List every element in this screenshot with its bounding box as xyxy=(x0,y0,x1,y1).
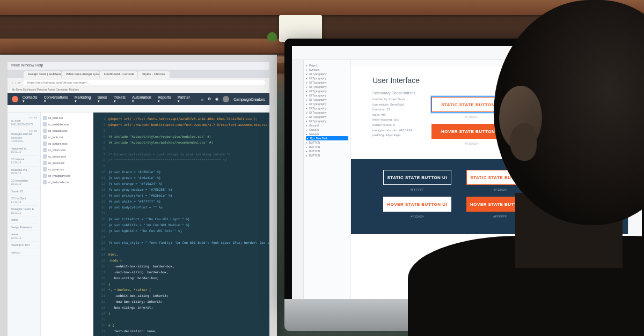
layer-row[interactable]: ▸ UI Typography xyxy=(306,110,348,115)
button-specimen[interactable]: HOVER STATE BUTTON UI xyxy=(383,197,451,212)
layer-row[interactable]: ▸ UI Typography xyxy=(306,93,348,98)
inbox-item[interactable]: CC HubSpot11/14/19 xyxy=(10,195,38,206)
layer-row[interactable]: ▸ UI Typography xyxy=(306,115,348,119)
nav-item[interactable]: Contacts ▾ xyxy=(23,95,40,103)
layer-row[interactable]: ▸ Group 6 xyxy=(306,123,348,128)
inbox-item[interactable]: CC Internal11/14/19 xyxy=(10,156,38,167)
file-item[interactable]: cc_modules.css xyxy=(42,128,92,134)
inbox-item[interactable]: Design Extension xyxy=(10,224,38,232)
file-item[interactable]: cc_layout.css xyxy=(42,160,92,166)
layer-row[interactable]: ▸ UI Typography xyxy=(306,76,348,80)
button-specimen[interactable]: HOVER STATE BUTTON UI xyxy=(466,197,535,212)
nav-item[interactable]: Sales ▾ xyxy=(98,95,110,103)
nav-item[interactable]: Partner ▾ xyxy=(178,95,193,103)
inbox-item[interactable]: 8:37 AMcc_main148188637480372 xyxy=(10,115,38,128)
layer-row[interactable]: ▸ BUTTON xyxy=(306,149,348,153)
browser-tab[interactable]: Styles - Chrome xyxy=(138,71,170,78)
url-field[interactable]: https://app.hubspot.com/design-manager/.… xyxy=(23,80,265,85)
layer-row[interactable]: ▸ BUTTON xyxy=(306,140,348,145)
button-specimen[interactable]: HOVER STATE BUTTON UI xyxy=(549,197,617,212)
hex-label: #FFFFFF xyxy=(383,188,451,191)
layer-row[interactable]: ▸ UI Typography xyxy=(306,80,348,85)
inbox-item[interactable]: 8:37 AMStrategist.internalStrategist CAM… xyxy=(10,128,38,145)
inbox-item[interactable]: Heading STRAT xyxy=(10,242,38,249)
inbox-item[interactable]: Strategist: Gustin E.10/23/19 xyxy=(10,206,38,216)
account-name[interactable]: CampaignCreators xyxy=(233,98,265,101)
inbox-item[interactable]: Happened to...10/23/19 xyxy=(10,145,38,156)
layer-row[interactable]: ▸ UI Typography xyxy=(306,102,348,106)
button-specimen[interactable]: STA xyxy=(549,170,617,185)
layer-row[interactable]: ▸ Bg - Blue Dark xyxy=(306,136,348,140)
inbox-item[interactable]: teams10/23/19 xyxy=(10,231,38,242)
browser-tab[interactable]: Design Tools | HubSpot xyxy=(24,71,61,78)
code-editor[interactable]: 1@import url('//fast.fonts.net/cssapi/ae… xyxy=(93,113,269,336)
layer-row[interactable]: ▸ BUTTON xyxy=(306,153,348,158)
layer-row[interactable]: ▸ BUTTON xyxy=(306,145,348,149)
button-specimen[interactable]: HOVER STATE BUTTON UI xyxy=(431,124,511,139)
nav-item[interactable]: Automation ▾ xyxy=(132,95,154,103)
file-item[interactable]: cc_typography.css xyxy=(42,173,92,179)
layer-row[interactable]: ▸Page 1 xyxy=(306,63,348,68)
settings-icon[interactable]: ⚙ xyxy=(208,97,211,101)
avatar[interactable] xyxy=(223,96,229,102)
button-specimen[interactable]: STATIC STATE BUTTON UI xyxy=(383,170,451,185)
file-item[interactable]: cc_variables.scss xyxy=(42,121,92,128)
layer-row[interactable]: ▸ UI Typography xyxy=(306,72,348,76)
browser-tabs[interactable]: Design Tools | HubSpotWhat does design s… xyxy=(8,70,269,78)
hex-label: #FFFFFF xyxy=(466,215,535,218)
layer-row[interactable]: ▸ UI Typography xyxy=(306,98,348,102)
browser-address-bar[interactable]: ‹ › ⟳ https://app.hubspot.com/design-man… xyxy=(8,78,269,87)
file-item[interactable]: cc_darkmode.css xyxy=(42,179,92,185)
inspector-panel[interactable] xyxy=(628,60,642,299)
layer-row[interactable]: ▸ UI Typography xyxy=(306,89,348,93)
inbox-item[interactable]: Strategist Pro10/22/19 xyxy=(10,167,38,177)
file-item[interactable]: cc_hover.css xyxy=(42,166,92,173)
hubspot-subnav xyxy=(8,105,269,113)
hex-label: #F15A24 xyxy=(431,142,511,145)
hex-label xyxy=(549,188,617,191)
forward-icon[interactable]: › xyxy=(15,81,16,84)
search-icon[interactable]: ⌕ xyxy=(201,98,203,101)
button-specimen[interactable]: STATIC STATE BUTTON UI xyxy=(466,170,535,185)
layer-row[interactable]: ▸ Symbols xyxy=(306,68,348,72)
button-specimen[interactable]: STATIC STATE BUTTON UI xyxy=(522,97,601,112)
nav-item[interactable]: Conversations ▾ xyxy=(44,95,71,103)
file-item[interactable]: cc_fonts.css xyxy=(42,134,92,140)
file-item[interactable]: cc_main.css xyxy=(42,115,92,121)
inbox-item[interactable]: teams xyxy=(10,216,38,224)
file-item[interactable]: cc_colors.scss xyxy=(42,147,92,153)
layer-row[interactable]: ▸ UI Typography xyxy=(306,85,348,89)
hex-label: #1E3A52 xyxy=(522,115,601,118)
inbox-item[interactable]: CC Newsletter10/23/19 xyxy=(10,177,38,188)
button-specimen[interactable]: STATIC STATE BUTTON UI xyxy=(431,97,511,112)
button-specimen[interactable]: HOVER STATE BUTTON UI xyxy=(522,124,601,139)
design-canvas[interactable]: User Interface Secondary Ghost Buttons f… xyxy=(351,65,628,299)
file-item[interactable]: cc_mixins.scss xyxy=(42,153,92,160)
nav-item[interactable]: Marketing ▾ xyxy=(75,95,94,103)
reload-icon[interactable]: ⟳ xyxy=(18,81,21,85)
browser-tab[interactable]: Dashboard | Console xyxy=(100,71,137,78)
inbox-item[interactable]: Growth IO xyxy=(10,188,38,196)
hubspot-nav[interactable]: Contacts ▾Conversations ▾Marketing ▾Sale… xyxy=(8,93,269,105)
nav-item[interactable]: Reports ▾ xyxy=(158,95,174,103)
layer-row[interactable]: ▸ UI Typography xyxy=(306,119,348,123)
hex-label: #F15A24 xyxy=(383,215,451,218)
back-icon[interactable]: ‹ xyxy=(12,81,13,84)
css-specs: font-family: Open Sansfont-weight: SemiB… xyxy=(372,97,421,138)
imac-chin xyxy=(284,299,644,331)
sketch-toolbar[interactable] xyxy=(292,46,642,60)
notifications-icon[interactable]: ◉ xyxy=(215,97,218,101)
tool-rail[interactable] xyxy=(292,60,304,299)
inbox-item[interactable]: hubspot xyxy=(10,249,38,257)
file-tree[interactable]: cc_main.csscc_variables.scsscc_modules.c… xyxy=(41,113,93,336)
browser-tab[interactable]: What does design system mean xyxy=(62,71,99,78)
layer-row[interactable]: ▸ UI Typography xyxy=(306,106,348,110)
inbox-rail[interactable]: 8:37 AMcc_main1481886374803728:37 AMStra… xyxy=(8,113,41,336)
layer-row[interactable]: ▸ Group 6 xyxy=(306,132,348,136)
nav-item[interactable]: Tickets ▾ xyxy=(114,95,128,103)
layer-row[interactable]: ▸ Group 6 xyxy=(306,128,348,132)
file-item[interactable]: cc_buttons.scss xyxy=(42,140,92,147)
layers-panel[interactable]: ▸Page 1▸ Symbols▸ UI Typography▸ UI Typo… xyxy=(304,60,351,299)
hubspot-logo-icon[interactable] xyxy=(12,96,18,102)
bookmarks-bar[interactable]: My Drive Dashboard Persona Asana Campaig… xyxy=(8,87,269,93)
